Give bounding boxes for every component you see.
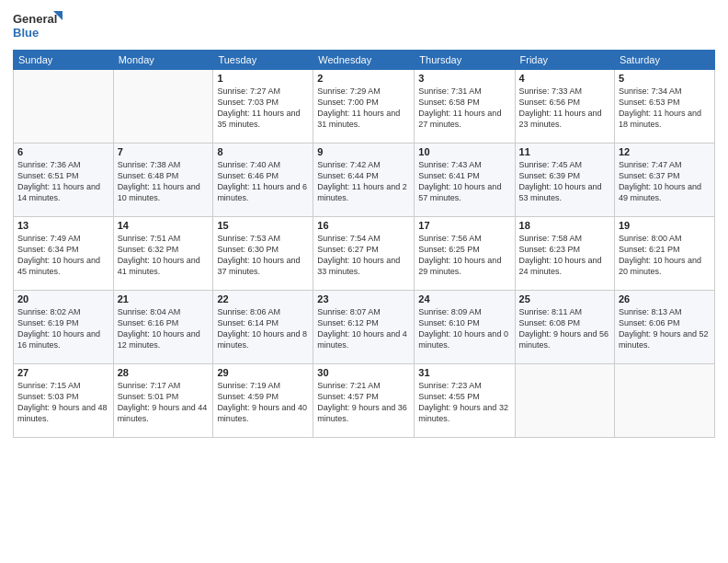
day-info: Sunrise: 8:02 AM Sunset: 6:19 PM Dayligh… — [17, 306, 109, 351]
day-info: Sunrise: 7:51 AM Sunset: 6:32 PM Dayligh… — [118, 233, 210, 278]
day-number: 19 — [619, 220, 711, 231]
day-info: Sunrise: 7:33 AM Sunset: 6:56 PM Dayligh… — [519, 86, 610, 131]
calendar-cell: 2Sunrise: 7:29 AM Sunset: 7:00 PM Daylig… — [313, 70, 415, 144]
day-info: Sunrise: 7:56 AM Sunset: 6:25 PM Dayligh… — [418, 233, 510, 278]
day-number: 31 — [418, 367, 510, 378]
day-number: 22 — [217, 293, 309, 304]
day-info: Sunrise: 7:21 AM Sunset: 4:57 PM Dayligh… — [317, 380, 410, 425]
calendar-cell: 19Sunrise: 8:00 AM Sunset: 6:21 PM Dayli… — [614, 217, 714, 291]
calendar-cell: 28Sunrise: 7:17 AM Sunset: 5:01 PM Dayli… — [113, 364, 213, 438]
day-number: 23 — [317, 293, 410, 304]
day-info: Sunrise: 7:19 AM Sunset: 4:59 PM Dayligh… — [217, 380, 309, 425]
day-number: 2 — [317, 73, 410, 84]
calendar-week-4: 27Sunrise: 7:15 AM Sunset: 5:03 PM Dayli… — [14, 364, 715, 438]
calendar-cell: 27Sunrise: 7:15 AM Sunset: 5:03 PM Dayli… — [14, 364, 114, 438]
day-info: Sunrise: 8:06 AM Sunset: 6:14 PM Dayligh… — [217, 306, 309, 351]
day-info: Sunrise: 7:38 AM Sunset: 6:48 PM Dayligh… — [118, 159, 210, 204]
calendar-header-sunday: Sunday — [14, 51, 114, 70]
day-number: 18 — [519, 220, 610, 231]
calendar-cell: 21Sunrise: 8:04 AM Sunset: 6:16 PM Dayli… — [113, 291, 213, 364]
logo-svg: General Blue — [13, 9, 68, 42]
day-number: 5 — [619, 73, 711, 84]
day-number: 24 — [418, 293, 510, 304]
day-number: 12 — [619, 146, 711, 157]
day-info: Sunrise: 7:43 AM Sunset: 6:41 PM Dayligh… — [418, 159, 510, 204]
calendar-cell — [614, 364, 714, 438]
calendar-cell: 30Sunrise: 7:21 AM Sunset: 4:57 PM Dayli… — [313, 364, 415, 438]
calendar-cell: 29Sunrise: 7:19 AM Sunset: 4:59 PM Dayli… — [213, 364, 313, 438]
day-info: Sunrise: 7:27 AM Sunset: 7:03 PM Dayligh… — [217, 86, 309, 131]
svg-text:General: General — [13, 12, 57, 26]
day-number: 7 — [118, 146, 210, 157]
calendar-header-thursday: Thursday — [415, 51, 515, 70]
day-info: Sunrise: 7:23 AM Sunset: 4:55 PM Dayligh… — [418, 380, 510, 425]
day-info: Sunrise: 7:49 AM Sunset: 6:34 PM Dayligh… — [17, 233, 109, 278]
calendar-cell: 16Sunrise: 7:54 AM Sunset: 6:27 PM Dayli… — [313, 217, 415, 291]
day-number: 15 — [217, 220, 309, 231]
calendar-cell: 20Sunrise: 8:02 AM Sunset: 6:19 PM Dayli… — [14, 291, 114, 364]
calendar-cell: 25Sunrise: 8:11 AM Sunset: 6:08 PM Dayli… — [515, 291, 614, 364]
day-number: 29 — [217, 367, 309, 378]
calendar-cell: 7Sunrise: 7:38 AM Sunset: 6:48 PM Daylig… — [113, 144, 213, 217]
day-info: Sunrise: 7:36 AM Sunset: 6:51 PM Dayligh… — [17, 159, 109, 204]
day-info: Sunrise: 7:15 AM Sunset: 5:03 PM Dayligh… — [17, 380, 109, 425]
calendar-cell — [515, 364, 614, 438]
day-info: Sunrise: 7:54 AM Sunset: 6:27 PM Dayligh… — [317, 233, 410, 278]
calendar-cell: 13Sunrise: 7:49 AM Sunset: 6:34 PM Dayli… — [14, 217, 114, 291]
calendar-header-saturday: Saturday — [614, 51, 714, 70]
calendar-cell: 23Sunrise: 8:07 AM Sunset: 6:12 PM Dayli… — [313, 291, 415, 364]
calendar-cell: 4Sunrise: 7:33 AM Sunset: 6:56 PM Daylig… — [515, 70, 614, 144]
calendar-header-row: SundayMondayTuesdayWednesdayThursdayFrid… — [14, 51, 715, 70]
calendar-cell: 12Sunrise: 7:47 AM Sunset: 6:37 PM Dayli… — [614, 144, 714, 217]
day-number: 14 — [118, 220, 210, 231]
day-info: Sunrise: 7:45 AM Sunset: 6:39 PM Dayligh… — [519, 159, 610, 204]
day-info: Sunrise: 7:58 AM Sunset: 6:23 PM Dayligh… — [519, 233, 610, 278]
calendar-week-1: 6Sunrise: 7:36 AM Sunset: 6:51 PM Daylig… — [14, 144, 715, 217]
calendar-cell: 14Sunrise: 7:51 AM Sunset: 6:32 PM Dayli… — [113, 217, 213, 291]
day-info: Sunrise: 8:00 AM Sunset: 6:21 PM Dayligh… — [619, 233, 711, 278]
calendar-cell: 11Sunrise: 7:45 AM Sunset: 6:39 PM Dayli… — [515, 144, 614, 217]
day-info: Sunrise: 8:04 AM Sunset: 6:16 PM Dayligh… — [118, 306, 210, 351]
day-info: Sunrise: 8:11 AM Sunset: 6:08 PM Dayligh… — [519, 306, 610, 351]
day-number: 28 — [118, 367, 210, 378]
day-info: Sunrise: 7:53 AM Sunset: 6:30 PM Dayligh… — [217, 233, 309, 278]
day-number: 30 — [317, 367, 410, 378]
calendar-cell: 22Sunrise: 8:06 AM Sunset: 6:14 PM Dayli… — [213, 291, 313, 364]
day-info: Sunrise: 8:13 AM Sunset: 6:06 PM Dayligh… — [619, 306, 711, 351]
day-number: 20 — [17, 293, 109, 304]
calendar-cell: 24Sunrise: 8:09 AM Sunset: 6:10 PM Dayli… — [415, 291, 515, 364]
day-info: Sunrise: 8:07 AM Sunset: 6:12 PM Dayligh… — [317, 306, 410, 351]
calendar-header-friday: Friday — [515, 51, 614, 70]
calendar-week-3: 20Sunrise: 8:02 AM Sunset: 6:19 PM Dayli… — [14, 291, 715, 364]
calendar-cell — [14, 70, 114, 144]
calendar-cell: 15Sunrise: 7:53 AM Sunset: 6:30 PM Dayli… — [213, 217, 313, 291]
calendar-cell: 3Sunrise: 7:31 AM Sunset: 6:58 PM Daylig… — [415, 70, 515, 144]
calendar-cell: 5Sunrise: 7:34 AM Sunset: 6:53 PM Daylig… — [614, 70, 714, 144]
day-info: Sunrise: 8:09 AM Sunset: 6:10 PM Dayligh… — [418, 306, 510, 351]
day-number: 17 — [418, 220, 510, 231]
calendar-cell: 17Sunrise: 7:56 AM Sunset: 6:25 PM Dayli… — [415, 217, 515, 291]
day-number: 9 — [317, 146, 410, 157]
calendar-week-0: 1Sunrise: 7:27 AM Sunset: 7:03 PM Daylig… — [14, 70, 715, 144]
calendar-week-2: 13Sunrise: 7:49 AM Sunset: 6:34 PM Dayli… — [14, 217, 715, 291]
day-number: 6 — [17, 146, 109, 157]
day-info: Sunrise: 7:34 AM Sunset: 6:53 PM Dayligh… — [619, 86, 711, 131]
day-info: Sunrise: 7:47 AM Sunset: 6:37 PM Dayligh… — [619, 159, 711, 204]
calendar-cell: 10Sunrise: 7:43 AM Sunset: 6:41 PM Dayli… — [415, 144, 515, 217]
day-number: 1 — [217, 73, 309, 84]
day-number: 21 — [118, 293, 210, 304]
calendar-header-monday: Monday — [113, 51, 213, 70]
svg-text:Blue: Blue — [13, 26, 39, 40]
day-info: Sunrise: 7:42 AM Sunset: 6:44 PM Dayligh… — [317, 159, 410, 204]
logo: General Blue — [13, 9, 68, 42]
day-number: 13 — [17, 220, 109, 231]
calendar-header-tuesday: Tuesday — [213, 51, 313, 70]
calendar-header-wednesday: Wednesday — [313, 51, 415, 70]
day-number: 8 — [217, 146, 309, 157]
day-number: 10 — [418, 146, 510, 157]
calendar-cell: 31Sunrise: 7:23 AM Sunset: 4:55 PM Dayli… — [415, 364, 515, 438]
calendar-cell: 9Sunrise: 7:42 AM Sunset: 6:44 PM Daylig… — [313, 144, 415, 217]
calendar: SundayMondayTuesdayWednesdayThursdayFrid… — [13, 50, 715, 438]
day-number: 3 — [418, 73, 510, 84]
day-number: 11 — [519, 146, 610, 157]
